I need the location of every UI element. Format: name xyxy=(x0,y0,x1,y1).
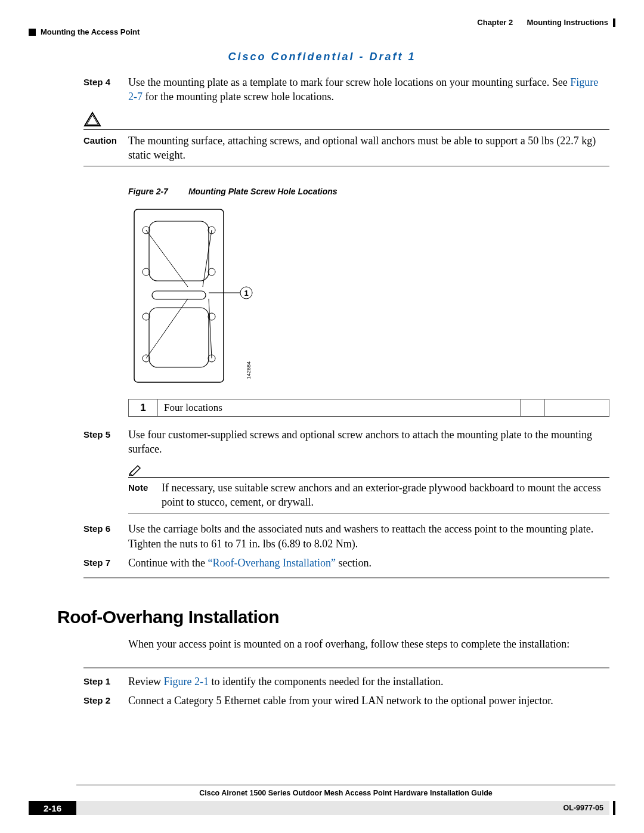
header-chapter-title: Mounting Instructions xyxy=(527,18,608,27)
step-body: Use the mounting plate as a template to … xyxy=(128,75,609,104)
step-body: Use the carriage bolts and the associate… xyxy=(128,522,609,551)
footer-doc-id: OL-9977-05 xyxy=(564,804,603,812)
figure-title: Mounting Plate Screw Hole Locations xyxy=(188,187,338,196)
note-text: If necessary, use suitable screw anchors… xyxy=(162,481,609,510)
svg-point-10 xyxy=(143,313,150,320)
header-section-title: Mounting the Access Point xyxy=(41,27,140,36)
caution-text: The mounting surface, attaching screws, … xyxy=(128,134,609,163)
caution-block: Caution The mounting surface, attaching … xyxy=(83,112,609,167)
step-5: Step 5 Use four customer-supplied screws… xyxy=(29,428,615,457)
callout-marker: 1 xyxy=(244,289,248,298)
note-pencil-icon xyxy=(128,463,144,476)
step-7: Step 7 Continue with the “Roof-Overhang … xyxy=(29,556,615,570)
step-label: Step 1 xyxy=(83,674,128,688)
caution-triangle-icon xyxy=(83,112,101,127)
step-6: Step 6 Use the carriage bolts and the as… xyxy=(29,522,615,551)
svg-point-8 xyxy=(143,268,150,275)
callout-desc: Four locations xyxy=(158,400,521,417)
header-chapter-label: Chapter 2 xyxy=(477,18,513,27)
header-marker-icon xyxy=(29,29,36,36)
page-header: Mounting the Access Point Chapter 2 Moun… xyxy=(29,18,615,36)
callout-num: 1 xyxy=(129,400,158,417)
svg-line-14 xyxy=(146,230,188,287)
step-body: Connect a Category 5 Ethernet cable from… xyxy=(128,693,609,708)
svg-rect-5 xyxy=(149,308,209,367)
table-row: 1 Four locations xyxy=(129,400,609,417)
footer-rule xyxy=(76,785,615,785)
footer-page-number: 2-16 xyxy=(29,801,76,815)
svg-rect-4 xyxy=(152,291,206,299)
section-end-rule xyxy=(83,577,609,578)
svg-point-9 xyxy=(208,268,215,275)
figure-caption: Figure 2-7 Mounting Plate Screw Hole Loc… xyxy=(128,187,615,196)
svg-line-15 xyxy=(203,230,212,287)
figure-image-id: 142684 xyxy=(246,361,252,379)
step-label: Step 4 xyxy=(83,75,128,88)
note-rule-top xyxy=(128,477,609,478)
step-body: Continue with the “Roof-Overhang Install… xyxy=(128,556,609,570)
step-label: Step 7 xyxy=(83,556,128,569)
note-block: Note If necessary, use suitable screw an… xyxy=(128,463,609,514)
figure-number: Figure 2-7 xyxy=(128,187,168,196)
step-label: Step 6 xyxy=(83,522,128,535)
step-body: Review Figure 2-1 to identify the compon… xyxy=(128,674,609,689)
figure-2-7-diagram: 1 142684 xyxy=(128,203,615,391)
caution-rule-top xyxy=(83,129,609,130)
header-end-bar-icon xyxy=(613,18,615,27)
page-footer: Cisco Aironet 1500 Series Outdoor Mesh A… xyxy=(29,785,615,815)
caution-rule-bottom xyxy=(83,166,609,166)
figure-2-1-link[interactable]: Figure 2-1 xyxy=(163,676,209,688)
footer-guide-title: Cisco Aironet 1500 Series Outdoor Mesh A… xyxy=(76,789,615,797)
step-body: Use four customer-supplied screws and op… xyxy=(128,428,609,457)
step-label: Step 2 xyxy=(83,693,128,707)
note-rule-bottom xyxy=(128,513,609,513)
roof-overhang-link[interactable]: “Roof-Overhang Installation” xyxy=(208,557,336,569)
confidential-banner: Cisco Confidential - Draft 1 xyxy=(29,51,615,63)
svg-line-17 xyxy=(209,299,212,358)
note-label: Note xyxy=(128,481,162,510)
step-label: Step 5 xyxy=(83,428,128,441)
step-4: Step 4 Use the mounting plate as a templ… xyxy=(29,75,615,104)
section-intro: When your access point is mounted on a r… xyxy=(128,637,609,651)
section-heading-roof-overhang: Roof-Overhang Installation xyxy=(57,607,615,627)
roof-step-1: Step 1 Review Figure 2-1 to identify the… xyxy=(29,674,615,689)
roof-step-2: Step 2 Connect a Category 5 Ethernet cab… xyxy=(29,693,615,708)
caution-label: Caution xyxy=(83,134,128,163)
svg-rect-3 xyxy=(149,221,209,281)
steps-start-rule xyxy=(83,667,609,668)
callout-table: 1 Four locations xyxy=(128,399,609,417)
footer-end-bar-icon xyxy=(613,801,615,815)
